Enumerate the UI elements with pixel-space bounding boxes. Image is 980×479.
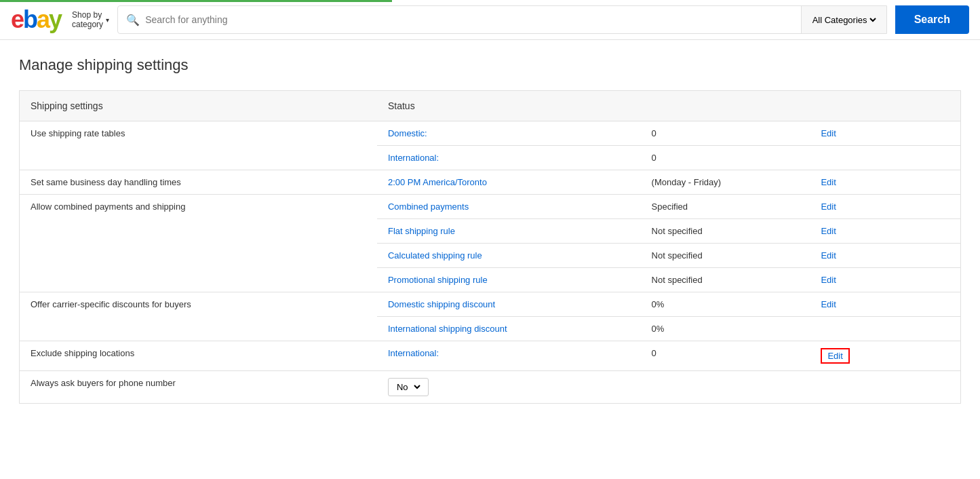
edit-exclude-locations[interactable]: Edit (810, 341, 960, 371)
edit-carrier-discounts[interactable]: Edit (810, 292, 960, 317)
sub-label-combined-payments: Combined payments (377, 195, 641, 219)
sub-label-calculated-shipping: Calculated shipping rule (377, 244, 641, 268)
sub-label-flat-shipping: Flat shipping rule (377, 219, 641, 244)
edit-flat-shipping[interactable]: Edit (810, 219, 960, 244)
edit-handling-times[interactable]: Edit (810, 170, 960, 195)
categories-select[interactable]: All Categories (810, 14, 878, 26)
setting-label-handling-times: Set same business day handling times (20, 170, 377, 195)
chevron-down-icon: ▾ (106, 16, 109, 24)
phone-number-action-empty (810, 371, 960, 404)
phone-number-select-cell: No Yes (377, 371, 641, 404)
categories-dropdown[interactable]: All Categories (801, 6, 886, 33)
col-header-setting: Shipping settings (20, 91, 377, 121)
value-handling-days: (Monday - Friday) (641, 170, 810, 195)
value-domestic-rate: 0 (641, 121, 810, 146)
value-international-rate: 0 (641, 146, 810, 170)
search-input-wrap: 🔍 (118, 6, 801, 33)
sub-label-international-discount: International shipping discount (377, 317, 641, 341)
phone-number-select[interactable]: No Yes (394, 381, 423, 393)
setting-label-phone-number: Always ask buyers for phone number (20, 371, 377, 404)
ebay-logo[interactable]: e b a y (11, 7, 61, 32)
header: e b a y Shop by category ▾ 🔍 All Categor… (0, 0, 980, 40)
shop-by-label: Shop by (72, 10, 103, 20)
value-calculated-shipping: Not specified (641, 244, 810, 268)
edit-international-rate-empty (810, 146, 960, 170)
value-domestic-discount: 0% (641, 292, 810, 317)
col-header-value (641, 91, 810, 121)
logo-e: e (11, 7, 23, 32)
phone-number-select-wrapper[interactable]: No Yes (388, 378, 429, 396)
phone-number-value-empty (641, 371, 810, 404)
table-row: Set same business day handling times 2:0… (20, 170, 961, 195)
logo-a: a (37, 7, 49, 32)
logo-y: y (49, 7, 61, 32)
value-flat-shipping: Not specified (641, 219, 810, 244)
setting-label-carrier-discounts: Offer carrier-specific discounts for buy… (20, 292, 377, 341)
search-bar: 🔍 All Categories (117, 5, 887, 34)
edit-promotional-shipping[interactable]: Edit (810, 268, 960, 292)
search-input[interactable] (145, 14, 793, 25)
sub-label-domestic: Domestic: (377, 121, 641, 146)
value-handling-time: 2:00 PM America/Toronto (377, 170, 641, 195)
sub-label-promotional-shipping: Promotional shipping rule (377, 268, 641, 292)
settings-table: Shipping settings Status Use shipping ra… (19, 90, 961, 404)
setting-label-combined-payments: Allow combined payments and shipping (20, 195, 377, 292)
value-promotional-shipping: Not specified (641, 268, 810, 292)
sub-label-exclude-international: International: (377, 341, 641, 371)
value-combined-payments: Specified (641, 195, 810, 219)
col-header-status: Status (377, 91, 641, 121)
value-international-discount: 0% (641, 317, 810, 341)
edit-calculated-shipping[interactable]: Edit (810, 244, 960, 268)
table-row: Allow combined payments and shipping Com… (20, 195, 961, 219)
logo-b: b (23, 7, 37, 32)
sub-label-international: International: (377, 146, 641, 170)
edit-international-discount-empty (810, 317, 960, 341)
value-exclude-locations: 0 (641, 341, 810, 371)
sub-label-domestic-discount: Domestic shipping discount (377, 292, 641, 317)
edit-combined-payments[interactable]: Edit (810, 195, 960, 219)
col-header-action (810, 91, 960, 121)
page-title: Manage shipping settings (19, 56, 961, 74)
shop-by-category[interactable]: Shop by category ▾ (72, 10, 109, 30)
search-button[interactable]: Search (895, 5, 969, 34)
edit-domestic-rate[interactable]: Edit (810, 121, 960, 146)
table-row: Use shipping rate tables Domestic: 0 Edi… (20, 121, 961, 146)
setting-label-shipping-rate-tables: Use shipping rate tables (20, 121, 377, 170)
table-row: Offer carrier-specific discounts for buy… (20, 292, 961, 317)
table-row: Always ask buyers for phone number No Ye… (20, 371, 961, 404)
shop-by-sub: category (72, 20, 103, 29)
search-icon: 🔍 (126, 14, 140, 26)
table-row: Exclude shipping locations International… (20, 341, 961, 371)
page-content: Manage shipping settings Shipping settin… (0, 40, 980, 420)
table-header: Shipping settings Status (20, 91, 961, 121)
setting-label-exclude-locations: Exclude shipping locations (20, 341, 377, 371)
